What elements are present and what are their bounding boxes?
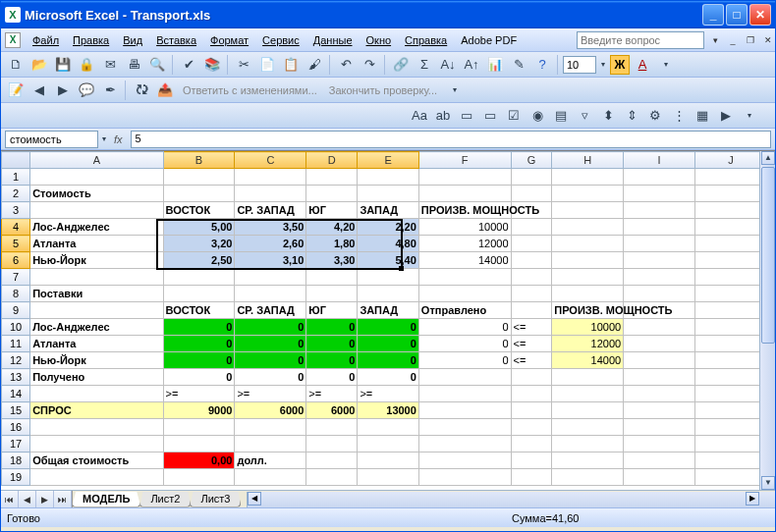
cell-F6[interactable]: 14000 — [418, 252, 511, 269]
col-header-F[interactable]: F — [418, 152, 511, 169]
tab-nav-last-icon[interactable]: ⏭ — [54, 491, 72, 507]
row-header-5[interactable]: 5 — [2, 236, 30, 252]
cell-B1[interactable] — [163, 169, 235, 186]
forms-scroll-icon[interactable]: ⬍ — [597, 105, 619, 127]
row-header-13[interactable]: 13 — [2, 369, 30, 386]
research-icon[interactable]: 📚 — [201, 54, 223, 76]
cell-F18[interactable] — [418, 452, 511, 469]
cell-H4[interactable] — [552, 219, 624, 236]
cell-C8[interactable] — [235, 286, 306, 302]
cell-F11[interactable]: 0 — [418, 336, 511, 352]
prev-comment-icon[interactable]: ◀ — [28, 80, 50, 101]
cell-C1[interactable] — [235, 169, 306, 186]
cell-I15[interactable] — [624, 402, 695, 419]
cell-B3[interactable]: ВОСТОК — [163, 202, 235, 219]
print-preview-icon[interactable]: 🔍 — [146, 54, 168, 76]
scroll-up-icon[interactable]: ▲ — [761, 151, 775, 165]
cell-E6[interactable]: 5,40 — [358, 252, 418, 269]
open-icon[interactable]: 📂 — [28, 54, 50, 76]
sheet-tab-sheet2[interactable]: Лист2 — [139, 492, 191, 507]
cell-I1[interactable] — [624, 169, 695, 186]
cell-H15[interactable] — [552, 402, 624, 419]
cell-D19[interactable] — [306, 469, 358, 486]
cut-icon[interactable]: ✂ — [233, 54, 254, 76]
update-file-icon[interactable]: 🗘 — [131, 80, 152, 101]
cell-F9[interactable]: Отправлено — [418, 302, 511, 319]
cell-F14[interactable] — [418, 386, 511, 402]
cell-G12[interactable]: <= — [511, 352, 552, 369]
cell-I7[interactable] — [624, 269, 695, 286]
maximize-button[interactable]: □ — [726, 4, 748, 26]
mdi-minimize-button[interactable]: _ — [726, 33, 740, 47]
cell-J17[interactable] — [695, 436, 767, 452]
cell-C9[interactable]: СР. ЗАПАД — [235, 302, 306, 319]
cell-E1[interactable] — [358, 169, 418, 186]
menu-adobe-pdf[interactable]: Adobe PDF — [455, 32, 523, 48]
cell-I18[interactable] — [624, 452, 695, 469]
cell-E11[interactable]: 0 — [358, 336, 418, 352]
send-for-review-icon[interactable]: 📤 — [154, 80, 176, 101]
bold-button[interactable]: Ж — [610, 55, 630, 75]
forms-label-icon[interactable]: Aa — [409, 105, 430, 127]
autosum-icon[interactable]: Σ — [414, 54, 435, 76]
chart-wizard-icon[interactable]: 📊 — [484, 54, 506, 76]
sort-asc-icon[interactable]: A↓ — [437, 54, 459, 76]
help-search-dropdown-icon[interactable]: ▾ — [708, 33, 722, 47]
cell-C14[interactable]: >= — [235, 386, 306, 402]
sheet-tab-sheet3[interactable]: Лист3 — [190, 492, 241, 507]
cell-A11[interactable]: Атланта — [30, 336, 163, 352]
menu-insert[interactable]: Вставка — [150, 32, 202, 48]
cell-B14[interactable]: >= — [163, 386, 235, 402]
menu-edit[interactable]: Правка — [67, 32, 115, 48]
cell-F8[interactable] — [418, 286, 511, 302]
cell-A14[interactable] — [30, 386, 163, 402]
menu-view[interactable]: Вид — [117, 32, 148, 48]
cell-A18[interactable]: Общая стоимость — [30, 452, 163, 469]
forms-options-icon[interactable]: ▾ — [739, 105, 760, 127]
email-icon[interactable]: ✉ — [99, 54, 121, 76]
row-header-17[interactable]: 17 — [2, 436, 30, 452]
cell-F13[interactable] — [418, 369, 511, 386]
cell-A19[interactable] — [30, 469, 163, 486]
row-header-19[interactable]: 19 — [2, 469, 30, 486]
forms-spinner-icon[interactable]: ⇕ — [621, 105, 642, 127]
cell-H1[interactable] — [552, 169, 624, 186]
cell-G17[interactable] — [511, 436, 552, 452]
cell-D8[interactable] — [306, 286, 358, 302]
cell-H2[interactable] — [552, 186, 624, 202]
scroll-right-icon[interactable]: ▶ — [746, 492, 759, 505]
cell-J16[interactable] — [695, 419, 767, 436]
permissions-icon[interactable]: 🔒 — [76, 54, 97, 76]
cell-C10[interactable]: 0 — [235, 319, 306, 336]
cell-D7[interactable] — [306, 269, 358, 286]
formula-input[interactable]: 5 — [131, 131, 771, 148]
cell-C3[interactable]: СР. ЗАПАД — [235, 202, 306, 219]
cell-E5[interactable]: 4,80 — [358, 236, 418, 252]
cell-H13[interactable] — [552, 369, 624, 386]
cell-H11[interactable]: 12000 — [552, 336, 624, 352]
cell-G14[interactable] — [511, 386, 552, 402]
forms-grid-icon[interactable]: ▦ — [692, 105, 713, 127]
cell-J8[interactable] — [695, 286, 767, 302]
next-comment-icon[interactable]: ▶ — [52, 80, 74, 101]
cell-H16[interactable] — [552, 419, 624, 436]
cell-D10[interactable]: 0 — [306, 319, 358, 336]
cell-J18[interactable] — [695, 452, 767, 469]
cell-A6[interactable]: Нью-Йорк — [30, 252, 163, 269]
cell-F1[interactable] — [418, 169, 511, 186]
cell-I5[interactable] — [624, 236, 695, 252]
cell-A5[interactable]: Атланта — [30, 236, 163, 252]
cell-D18[interactable] — [306, 452, 358, 469]
cell-J11[interactable] — [695, 336, 767, 352]
cell-A16[interactable] — [30, 419, 163, 436]
cell-E9[interactable]: ЗАПАД — [358, 302, 418, 319]
select-all-corner[interactable] — [2, 152, 30, 169]
cell-D15[interactable]: 6000 — [306, 402, 358, 419]
cell-C13[interactable]: 0 — [235, 369, 306, 386]
cell-E17[interactable] — [358, 436, 418, 452]
drawing-icon[interactable]: ✎ — [508, 54, 529, 76]
cell-H18[interactable] — [552, 452, 624, 469]
font-size-input[interactable] — [563, 56, 596, 74]
cell-B15[interactable]: 9000 — [163, 402, 235, 419]
cell-C18[interactable]: долл. — [235, 452, 306, 469]
